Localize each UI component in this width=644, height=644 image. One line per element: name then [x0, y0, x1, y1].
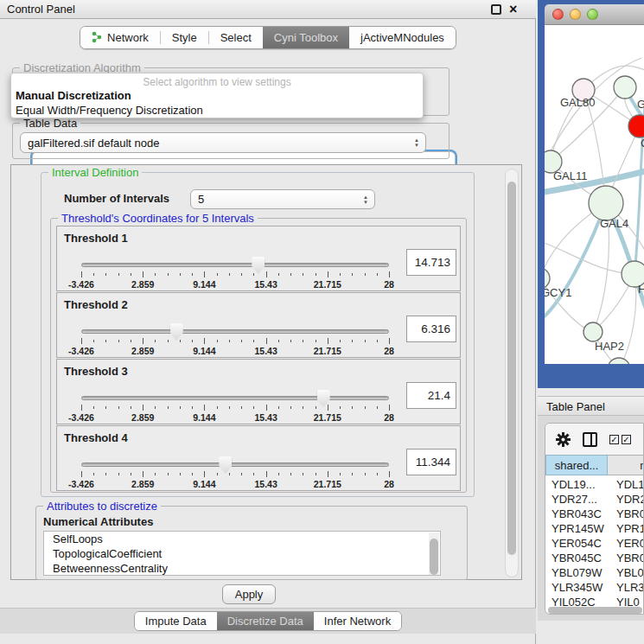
- apply-button[interactable]: Apply: [222, 584, 276, 604]
- popup-item-manual-discretization[interactable]: Manual Discretization: [16, 89, 131, 102]
- threshold-slider-track[interactable]: [81, 263, 389, 267]
- tick-mark: [365, 406, 366, 409]
- cell-name[interactable]: YBR0: [608, 507, 644, 521]
- table-row[interactable]: YBR045CYBR0: [545, 551, 644, 565]
- cell-shared-name[interactable]: YDR27...: [545, 492, 608, 507]
- cell-name[interactable]: YBR0: [608, 551, 644, 565]
- cell-name[interactable]: YBL0: [608, 565, 644, 580]
- cell-shared-name[interactable]: YLR345W: [545, 580, 608, 595]
- threshold-value-field[interactable]: 6.316: [406, 316, 456, 342]
- tab-jactivemnodules[interactable]: jActiveMNodules: [349, 27, 456, 48]
- tick-mark: [105, 273, 106, 276]
- tick-mark: [365, 340, 366, 342]
- table-hscrollbar[interactable]: [548, 607, 642, 614]
- node-label-gal11: GAL11: [553, 169, 588, 182]
- tab-style[interactable]: Style: [161, 27, 208, 48]
- cell-name[interactable]: YDR2: [608, 492, 644, 507]
- network-node[interactable]: [583, 322, 603, 341]
- close-traffic-icon[interactable]: [552, 9, 564, 20]
- table-row[interactable]: YPR145WYPR1: [545, 521, 644, 536]
- attribute-item-topologicalcoefficient[interactable]: TopologicalCoefficient: [44, 546, 440, 561]
- cell-name[interactable]: YPR1: [608, 521, 644, 536]
- threshold-value-field[interactable]: 21.4: [406, 382, 456, 409]
- attributes-group: Attributes to discretize Numerical Attri…: [35, 506, 468, 580]
- table-data-title: Table Data: [20, 117, 80, 130]
- tick-mark: [303, 273, 303, 276]
- tick-mark: [266, 405, 267, 411]
- minimize-traffic-icon[interactable]: [570, 9, 581, 20]
- column-header-name[interactable]: na: [608, 455, 644, 475]
- scale-label: 9.144: [193, 412, 215, 423]
- number-of-intervals-combobox[interactable]: 5 ▲▼: [190, 189, 375, 209]
- attributes-scrollbar[interactable]: [429, 532, 439, 576]
- network-node[interactable]: [614, 76, 636, 99]
- cell-name[interactable]: YER0: [608, 536, 644, 551]
- popup-item-equal-width-frequency[interactable]: Equal Width/Frequency Discretization: [16, 104, 203, 117]
- scale-label: 28: [384, 479, 394, 489]
- attributes-scroll-thumb[interactable]: [430, 539, 438, 575]
- tick-mark: [192, 473, 193, 475]
- table-row[interactable]: YBR043CYBR0: [545, 507, 644, 521]
- bottom-tab-infer-network[interactable]: Infer Network: [314, 612, 401, 630]
- tick-mark: [155, 273, 156, 276]
- cell-shared-name[interactable]: YER054C: [545, 536, 608, 551]
- cell-name[interactable]: YDL1: [608, 477, 644, 492]
- tick-mark: [389, 471, 390, 477]
- float-window-icon[interactable]: [491, 4, 501, 15]
- tick-mark: [180, 273, 181, 276]
- cell-shared-name[interactable]: YBL079W: [545, 565, 608, 580]
- cell-name[interactable]: YIL0: [608, 595, 644, 608]
- table-row[interactable]: YBL079WYBL0: [545, 565, 644, 580]
- cell-shared-name[interactable]: YBR045C: [545, 551, 608, 565]
- numerical-attributes-list[interactable]: SelfLoopsTopologicalCoefficientBetweenne…: [43, 531, 441, 576]
- table-row[interactable]: YER054CYER0: [545, 536, 644, 551]
- scale-label: 21.715: [314, 479, 341, 489]
- cell-shared-name[interactable]: YPR145W: [545, 521, 608, 536]
- settings-scroll-thumb[interactable]: [507, 182, 516, 555]
- attribute-item-selfloops[interactable]: SelfLoops: [44, 532, 440, 546]
- cell-shared-name[interactable]: YBR043C: [545, 507, 608, 521]
- gear-icon[interactable]: [556, 432, 571, 447]
- column-header-shared-name[interactable]: shared...: [545, 455, 608, 475]
- attributes-items: SelfLoopsTopologicalCoefficientBetweenne…: [44, 532, 440, 576]
- tick-mark: [168, 473, 169, 475]
- attribute-item-betweennesscentrality[interactable]: BetweennessCentrality: [44, 561, 440, 576]
- cell-name[interactable]: YLR3: [608, 580, 644, 595]
- cell-shared-name[interactable]: YIL052C: [545, 595, 608, 608]
- network-node[interactable]: [589, 186, 623, 220]
- columns-icon[interactable]: [583, 432, 597, 447]
- bottom-tab-impute-data[interactable]: Impute Data: [135, 612, 217, 630]
- table-row[interactable]: YDL19...YDL1: [545, 477, 644, 492]
- cell-shared-name[interactable]: YDL19...: [545, 477, 608, 492]
- table-row[interactable]: YLR345WYLR3: [545, 580, 644, 595]
- table-row[interactable]: YIL052CYIL0: [545, 595, 644, 608]
- settings-scrollbar[interactable]: [505, 169, 519, 577]
- threshold-slider-track[interactable]: [81, 462, 389, 467]
- network-canvas[interactable]: GAL80GACGAL11GAL4GCY1HHAP2: [545, 25, 644, 364]
- tick-mark: [253, 340, 254, 342]
- tab-cyni-toolbox[interactable]: Cyni Toolbox: [263, 27, 349, 48]
- table-data-combobox[interactable]: galFiltered.sif default node ▲▼: [20, 132, 426, 153]
- tick-mark: [155, 340, 156, 342]
- threshold-value-field[interactable]: 11.344: [406, 449, 456, 475]
- network-node[interactable]: [628, 115, 644, 137]
- threshold-value-field[interactable]: 14.713: [406, 249, 456, 276]
- table-row[interactable]: YDR27...YDR2: [545, 492, 644, 507]
- tick-mark: [143, 405, 143, 411]
- tick-mark: [352, 340, 353, 342]
- tick-mark: [143, 271, 143, 277]
- network-window-titlebar[interactable]: [545, 4, 644, 25]
- checked-box-icon[interactable]: ✓: [622, 435, 631, 444]
- network-node[interactable]: [608, 358, 630, 364]
- tab-select[interactable]: Select: [209, 27, 263, 48]
- scale-label: 21.715: [314, 279, 341, 290]
- zoom-traffic-icon[interactable]: [587, 9, 598, 20]
- close-icon[interactable]: ×: [509, 0, 517, 19]
- threshold-slider-track[interactable]: [81, 396, 389, 400]
- checked-box-icon[interactable]: ✓: [609, 435, 619, 444]
- tab-network[interactable]: Network: [80, 27, 160, 48]
- threshold-slider-track[interactable]: [81, 329, 389, 334]
- bottom-tab-discretize-data[interactable]: Discretize Data: [217, 612, 314, 630]
- table-hscroll-thumb[interactable]: [548, 607, 642, 614]
- tick-mark: [303, 473, 303, 475]
